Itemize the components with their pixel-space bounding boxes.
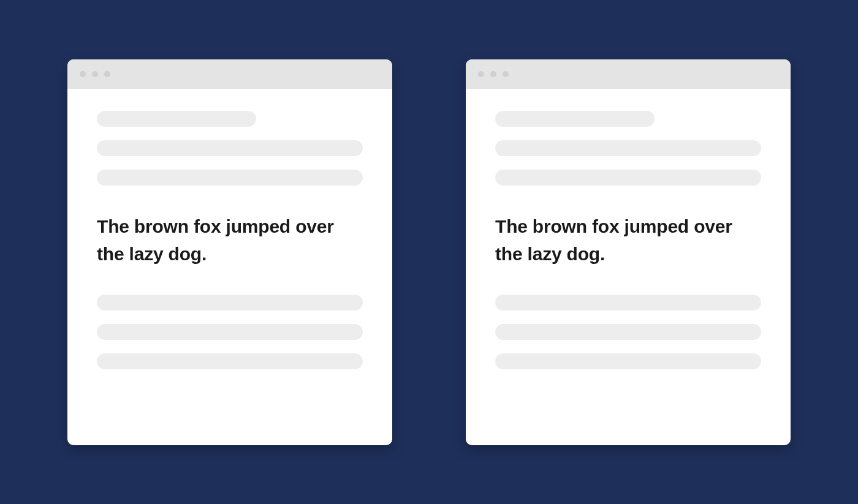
placeholder-line	[97, 295, 363, 310]
placeholder-line	[495, 295, 761, 310]
window-control-dot-icon	[478, 71, 484, 77]
placeholder-line	[495, 170, 761, 186]
window-left: The brown fox jumped over the lazy dog.	[67, 59, 392, 445]
placeholder-line	[97, 353, 363, 369]
placeholder-line	[97, 140, 363, 156]
titlebar-left	[67, 59, 392, 89]
heading-left: The brown fox jumped over the lazy dog.	[97, 213, 363, 268]
placeholder-line	[495, 111, 655, 127]
content-left: The brown fox jumped over the lazy dog.	[67, 89, 392, 445]
placeholder-line	[97, 324, 363, 340]
placeholder-line	[495, 140, 761, 156]
placeholder-line	[97, 111, 256, 127]
placeholder-group-bottom	[97, 295, 363, 369]
heading-right: The brown fox jumped over the lazy dog.	[495, 213, 761, 268]
titlebar-right	[466, 59, 791, 89]
window-right: The brown fox jumped over the lazy dog.	[466, 59, 791, 445]
content-right: The brown fox jumped over the lazy dog.	[466, 89, 791, 445]
placeholder-group-top	[495, 111, 761, 186]
window-control-dot-icon	[490, 71, 496, 77]
window-control-dot-icon	[80, 71, 86, 77]
placeholder-line	[97, 170, 363, 186]
placeholder-line	[495, 324, 761, 340]
window-control-dot-icon	[503, 71, 509, 77]
placeholder-line	[495, 353, 761, 369]
window-control-dot-icon	[92, 71, 98, 77]
placeholder-group-bottom	[495, 295, 761, 369]
placeholder-group-top	[97, 111, 363, 186]
window-control-dot-icon	[104, 71, 110, 77]
